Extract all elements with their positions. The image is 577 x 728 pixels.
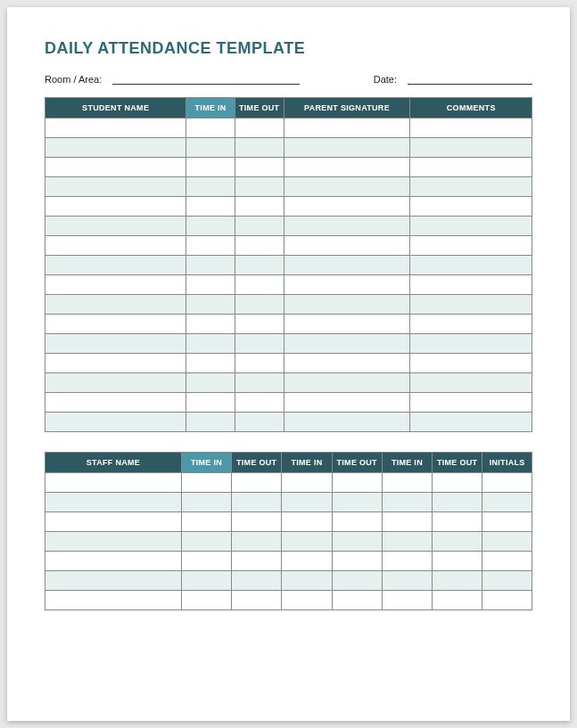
student-cell-time-in[interactable] <box>186 334 235 354</box>
staff-cell-t4[interactable] <box>332 493 382 512</box>
staff-cell-t6[interactable] <box>433 571 482 591</box>
staff-cell-t4[interactable] <box>332 473 382 493</box>
student-cell-time-out[interactable] <box>235 236 284 256</box>
student-cell-time-in[interactable] <box>186 138 235 158</box>
staff-cell-t3[interactable] <box>282 571 332 591</box>
student-cell-time-out[interactable] <box>235 413 284 432</box>
student-cell-time-out[interactable] <box>235 158 284 177</box>
staff-cell-t6[interactable] <box>433 512 482 532</box>
staff-cell-t1[interactable] <box>181 571 231 591</box>
staff-cell-name[interactable] <box>45 493 182 512</box>
student-cell-comments[interactable] <box>410 197 532 217</box>
room-line[interactable] <box>112 74 300 85</box>
student-cell-name[interactable] <box>45 138 186 158</box>
student-cell-time-out[interactable] <box>235 119 284 138</box>
staff-cell-t2[interactable] <box>232 571 282 591</box>
staff-cell-t1[interactable] <box>181 512 231 532</box>
staff-cell-name[interactable] <box>45 591 182 610</box>
student-cell-name[interactable] <box>45 295 186 315</box>
student-cell-parent-sig[interactable] <box>284 334 410 354</box>
student-cell-parent-sig[interactable] <box>284 119 410 138</box>
staff-cell-t4[interactable] <box>332 532 382 552</box>
staff-cell-t5[interactable] <box>382 532 432 552</box>
staff-cell-t5[interactable] <box>382 473 432 493</box>
student-cell-time-out[interactable] <box>235 315 284 334</box>
staff-cell-t5[interactable] <box>382 571 432 591</box>
staff-cell-t4[interactable] <box>332 552 382 571</box>
student-cell-parent-sig[interactable] <box>284 177 410 197</box>
student-cell-name[interactable] <box>45 373 186 393</box>
staff-cell-t2[interactable] <box>232 473 282 493</box>
student-cell-name[interactable] <box>45 354 186 373</box>
staff-cell-name[interactable] <box>45 512 182 532</box>
staff-cell-t4[interactable] <box>332 512 382 532</box>
staff-cell-initials[interactable] <box>482 512 532 532</box>
student-cell-comments[interactable] <box>410 315 532 334</box>
staff-cell-t3[interactable] <box>282 552 332 571</box>
staff-cell-t1[interactable] <box>181 473 231 493</box>
student-cell-time-out[interactable] <box>235 138 284 158</box>
staff-cell-t6[interactable] <box>433 532 482 552</box>
staff-cell-name[interactable] <box>45 552 182 571</box>
student-cell-name[interactable] <box>45 393 186 413</box>
student-cell-comments[interactable] <box>410 158 532 177</box>
student-cell-comments[interactable] <box>410 413 532 432</box>
staff-cell-t3[interactable] <box>282 591 332 610</box>
student-cell-time-out[interactable] <box>235 334 284 354</box>
student-cell-comments[interactable] <box>410 119 532 138</box>
student-cell-comments[interactable] <box>410 373 532 393</box>
student-cell-time-out[interactable] <box>235 275 284 295</box>
date-line[interactable] <box>408 74 532 85</box>
student-cell-parent-sig[interactable] <box>284 236 410 256</box>
staff-cell-name[interactable] <box>45 473 182 493</box>
staff-cell-t5[interactable] <box>382 591 432 610</box>
staff-cell-t2[interactable] <box>232 532 282 552</box>
student-cell-time-in[interactable] <box>186 177 235 197</box>
student-cell-name[interactable] <box>45 334 186 354</box>
student-cell-parent-sig[interactable] <box>284 256 410 275</box>
staff-cell-t6[interactable] <box>433 493 482 512</box>
student-cell-name[interactable] <box>45 197 186 217</box>
staff-cell-initials[interactable] <box>482 532 532 552</box>
staff-cell-t4[interactable] <box>332 591 382 610</box>
student-cell-comments[interactable] <box>410 295 532 315</box>
staff-cell-t6[interactable] <box>433 473 482 493</box>
student-cell-time-out[interactable] <box>235 256 284 275</box>
student-cell-parent-sig[interactable] <box>284 295 410 315</box>
staff-cell-name[interactable] <box>45 532 182 552</box>
student-cell-time-in[interactable] <box>186 295 235 315</box>
student-cell-name[interactable] <box>45 158 186 177</box>
student-cell-comments[interactable] <box>410 393 532 413</box>
student-cell-time-out[interactable] <box>235 354 284 373</box>
student-cell-comments[interactable] <box>410 275 532 295</box>
student-cell-time-in[interactable] <box>186 393 235 413</box>
staff-cell-t6[interactable] <box>433 552 482 571</box>
student-cell-time-out[interactable] <box>235 197 284 217</box>
student-cell-time-in[interactable] <box>186 413 235 432</box>
student-cell-time-in[interactable] <box>186 217 235 236</box>
staff-cell-t1[interactable] <box>181 591 231 610</box>
staff-cell-t1[interactable] <box>181 532 231 552</box>
staff-cell-t2[interactable] <box>232 512 282 532</box>
staff-cell-initials[interactable] <box>482 591 532 610</box>
staff-cell-t1[interactable] <box>181 552 231 571</box>
student-cell-time-in[interactable] <box>186 354 235 373</box>
staff-cell-t3[interactable] <box>282 512 332 532</box>
student-cell-time-in[interactable] <box>186 236 235 256</box>
student-cell-name[interactable] <box>45 315 186 334</box>
student-cell-parent-sig[interactable] <box>284 315 410 334</box>
student-cell-time-in[interactable] <box>186 197 235 217</box>
student-cell-time-out[interactable] <box>235 295 284 315</box>
staff-cell-t5[interactable] <box>382 552 432 571</box>
staff-cell-initials[interactable] <box>482 473 532 493</box>
student-cell-parent-sig[interactable] <box>284 197 410 217</box>
student-cell-parent-sig[interactable] <box>284 275 410 295</box>
student-cell-comments[interactable] <box>410 334 532 354</box>
student-cell-parent-sig[interactable] <box>284 217 410 236</box>
student-cell-time-in[interactable] <box>186 119 235 138</box>
student-cell-time-in[interactable] <box>186 315 235 334</box>
student-cell-time-in[interactable] <box>186 158 235 177</box>
staff-cell-t2[interactable] <box>232 552 282 571</box>
staff-cell-t4[interactable] <box>332 571 382 591</box>
student-cell-name[interactable] <box>45 119 186 138</box>
